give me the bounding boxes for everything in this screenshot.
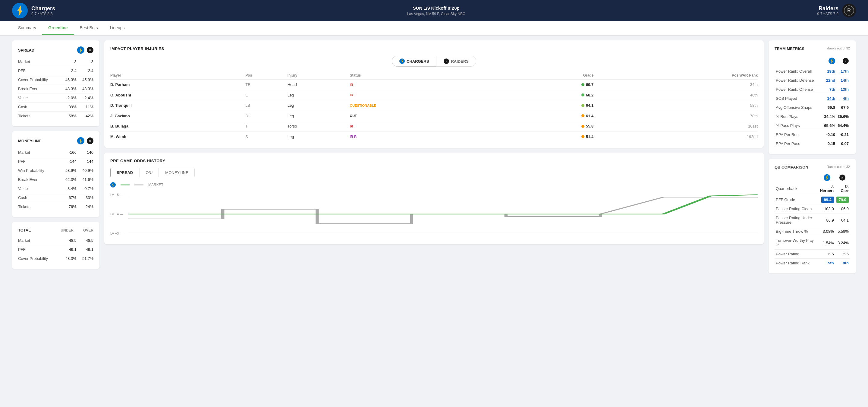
injury-player: M. Webb bbox=[110, 131, 245, 142]
odds-tab-ou[interactable]: O/U bbox=[139, 168, 159, 177]
raiders-name: Raiders bbox=[817, 5, 838, 12]
injury-pos: G bbox=[245, 90, 287, 100]
qb-raiders-stat: 5.5 bbox=[835, 250, 850, 259]
qb-stat-label: Turnover-Worthy Play % bbox=[775, 236, 818, 250]
spread-row: PFF -2.4 2.4 bbox=[18, 66, 93, 75]
spread-raiders-val: 48.3% bbox=[76, 85, 93, 93]
left-column: SPREAD R Market -3 3PFF bbox=[12, 40, 99, 278]
qb-raiders-stat: 5.59% bbox=[835, 227, 850, 236]
metrics-label: Power Rank: Overall bbox=[775, 67, 823, 76]
injury-status: IR-R bbox=[350, 131, 517, 142]
metrics-label: Avg Offensive Snaps bbox=[775, 103, 823, 112]
injury-row: M. Webb S Leg IR-R 51.4 192nd bbox=[110, 131, 758, 142]
ml-raiders-val: 33% bbox=[76, 193, 93, 202]
nav-greenline[interactable]: Greenline bbox=[42, 21, 74, 35]
legend-chargers-line bbox=[121, 185, 130, 185]
metrics-chargers: 69.8 bbox=[823, 103, 836, 112]
chart-area: LV +5 — LV +4 — LV +3 — bbox=[110, 190, 758, 238]
spread-raiders-val: -2.4% bbox=[76, 93, 93, 102]
injury-tab-raiders[interactable]: R RAIDERS bbox=[436, 56, 476, 67]
injury-pos: S bbox=[245, 131, 287, 142]
qb-raiders-name: D. Carr bbox=[835, 182, 850, 195]
tab-raiders-icon: R bbox=[444, 59, 449, 64]
over-label: OVER bbox=[83, 228, 93, 232]
metrics-row: Power Rank: Defense 22nd 14th bbox=[775, 76, 850, 85]
ml-chargers-val: 76% bbox=[60, 202, 76, 211]
qb-chargers-stat: 1.54% bbox=[818, 236, 835, 250]
svg-text:R: R bbox=[89, 139, 91, 143]
spread-chargers-val: 46.3% bbox=[60, 75, 76, 85]
metrics-row: Power Rank: Overall 19th 17th bbox=[775, 67, 850, 76]
qb-chargers-stat: 3.08% bbox=[818, 227, 835, 236]
injury-tab-chargers[interactable]: CHARGERS bbox=[392, 56, 436, 67]
injuries-card: IMPACT PLAYER INJURIES CHARGERS R RAIDER… bbox=[104, 40, 764, 148]
metrics-chargers: 34.4% bbox=[823, 112, 836, 121]
metrics-chargers: 0.15 bbox=[823, 139, 836, 148]
injuries-title: IMPACT PLAYER INJURIES bbox=[110, 46, 758, 51]
qb-name-label: Quarterback bbox=[775, 182, 818, 195]
total-under-val: 49.1 bbox=[60, 245, 76, 254]
metrics-chargers: 19th bbox=[823, 67, 836, 76]
injury-type: Leg bbox=[287, 131, 350, 142]
svg-text:R: R bbox=[841, 177, 843, 179]
team-metrics-table: R Power Rank: Overall 19th 17th Power Ra… bbox=[775, 56, 850, 148]
ml-raiders-val: 144 bbox=[76, 157, 93, 166]
spread-label: Value bbox=[18, 93, 60, 102]
total-label: Market bbox=[18, 236, 60, 245]
moneyline-row: Market -166 140 bbox=[18, 148, 93, 157]
odds-history-card: PRE-GAME ODDS HISTORY SPREAD O/U MONEYLI… bbox=[104, 153, 764, 244]
metrics-raiders: 4th bbox=[836, 94, 850, 103]
total-label: PFF bbox=[18, 245, 60, 254]
moneyline-table: Market -166 140PFF -144 144Win Probabili… bbox=[18, 148, 93, 211]
qb-row: Passer Rating Clean 103.0 106.9 bbox=[775, 205, 850, 214]
spread-label: PFF bbox=[18, 66, 60, 75]
qb-stat-label: Passer Rating Under Pressure bbox=[775, 214, 818, 227]
ml-label: Win Probability bbox=[18, 166, 60, 175]
chargers-chart-icon bbox=[110, 182, 116, 188]
spread-chargers-val: -2.4 bbox=[60, 66, 76, 75]
nav-summary[interactable]: Summary bbox=[12, 21, 42, 35]
injury-grade: 55.8 bbox=[517, 121, 593, 132]
metrics-raiders: 17th bbox=[836, 67, 850, 76]
qb-chargers-stat: 6.5 bbox=[818, 250, 835, 259]
total-row: Cover Probability 48.3% 51.7% bbox=[18, 254, 93, 263]
game-location: Las Vegas, NV 59 F, Clear Sky NBC bbox=[407, 12, 465, 16]
qb-chargers-header bbox=[818, 174, 835, 182]
nav-best-bets[interactable]: Best Bets bbox=[74, 21, 104, 35]
odds-tab-moneyline[interactable]: MONEYLINE bbox=[159, 168, 195, 177]
svg-text:R: R bbox=[89, 49, 91, 52]
team-metrics-ranks-note: Ranks out of 32 bbox=[827, 46, 850, 50]
moneyline-row: PFF -144 144 bbox=[18, 157, 93, 166]
injury-grade: 69.7 bbox=[517, 80, 593, 90]
qb-grade-label: PFF Grade bbox=[775, 195, 818, 205]
nav-lineups[interactable]: Lineups bbox=[104, 21, 130, 35]
chargers-team-info: Chargers 9-7 • ATS 8-8 bbox=[12, 3, 55, 19]
team-metrics-title: TEAM METRICS bbox=[775, 46, 804, 51]
injury-row: O. Aboushi G Leg IR 68.2 46th bbox=[110, 90, 758, 100]
injury-war-rank: 101st bbox=[593, 121, 758, 132]
right-column: TEAM METRICS Ranks out of 32 bbox=[769, 40, 856, 278]
qb-chargers-rank: 5th bbox=[818, 259, 835, 268]
svg-text:R: R bbox=[446, 61, 447, 63]
ml-raiders-val: -0.7% bbox=[76, 184, 93, 193]
injury-grade: 61.4 bbox=[517, 111, 593, 121]
metrics-label: SOS Played bbox=[775, 94, 823, 103]
qb-raiders-header: R bbox=[835, 174, 850, 182]
metrics-row: % Pass Plays 65.6% 64.4% bbox=[775, 121, 850, 130]
ml-raiders-val: 40.9% bbox=[76, 166, 93, 175]
y-label-2: LV +3 — bbox=[110, 231, 128, 235]
ml-chargers-val: 62.3% bbox=[60, 175, 76, 184]
injury-war-rank: 58th bbox=[593, 100, 758, 111]
legend-market-label: MARKET bbox=[148, 183, 163, 187]
spread-label: Cover Probability bbox=[18, 75, 60, 85]
injury-grade: 51.4 bbox=[517, 131, 593, 142]
spread-chargers-icon bbox=[77, 46, 84, 54]
odds-tab-spread[interactable]: SPREAD bbox=[110, 168, 139, 177]
team-metrics-card: TEAM METRICS Ranks out of 32 bbox=[769, 40, 856, 154]
moneyline-row: Tickets 76% 24% bbox=[18, 202, 93, 211]
metrics-raiders: 14th bbox=[836, 76, 850, 85]
injury-status: IR bbox=[350, 121, 517, 132]
metrics-chargers: -0.10 bbox=[823, 130, 836, 139]
total-over-val: 49.1 bbox=[76, 245, 93, 254]
ml-chargers-val: -166 bbox=[60, 148, 76, 157]
